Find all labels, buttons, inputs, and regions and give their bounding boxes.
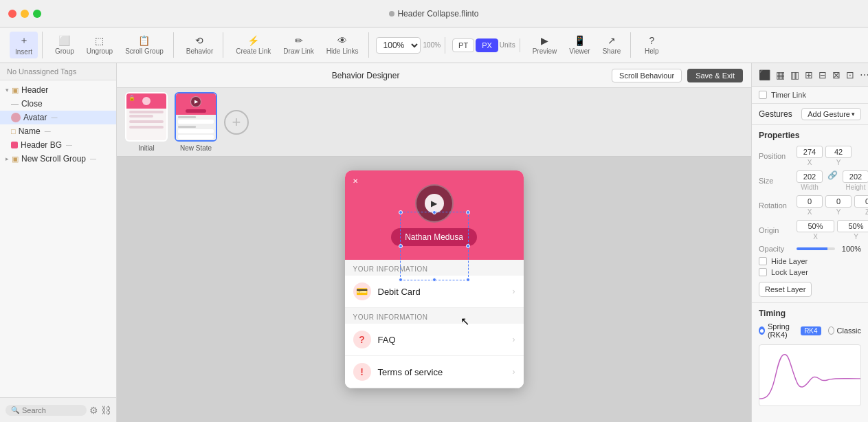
sidebar-item-label: Header (21, 85, 48, 95)
share-button[interactable]: ↗ Share (597, 32, 627, 58)
titlebar: Header Collapse.flinto (0, 0, 868, 27)
spring-svg (759, 345, 860, 406)
scroll-group-button[interactable]: 📋 Scroll Group (120, 32, 169, 58)
avatar-badge: — (51, 114, 57, 121)
save-exit-button[interactable]: Save & Exit (687, 69, 743, 82)
sidebar-item-close[interactable]: — Close (0, 97, 116, 111)
help-button[interactable]: ? Help (638, 32, 665, 58)
opacity-slider[interactable] (797, 247, 835, 250)
distribute-h-icon[interactable]: ⊞ (802, 68, 816, 82)
ungroup-button[interactable]: ⬚ Ungroup (81, 32, 118, 58)
sidebar-item-scroll-group[interactable]: ▸ ▣ New Scroll Group — (0, 152, 116, 166)
list-item-debit-card[interactable]: 💳 Debit Card › (345, 276, 524, 308)
position-x-input[interactable] (797, 146, 823, 158)
list-item-terms[interactable]: ! Terms of service › (345, 356, 524, 388)
phone-close-button[interactable]: ✕ (349, 175, 361, 187)
gestures-label: Gestures (759, 109, 792, 119)
scroll-behaviour-button[interactable]: Scroll Behaviour (612, 69, 682, 82)
search-input[interactable] (22, 406, 77, 414)
create-link-button[interactable]: ⚡ Create Link (230, 32, 276, 58)
canvas-content: ✕ ▶ (117, 157, 751, 422)
canvas-area: Behavior Designer Scroll Behaviour Save … (117, 63, 751, 422)
chevron-right-icon: ▸ (5, 155, 9, 162)
sidebar-link-icon[interactable]: ⛓ (101, 405, 111, 416)
size-width-input[interactable] (797, 170, 823, 183)
main-layout: No Unassigned Tags ▾ ▣ Header — Close Av… (0, 63, 868, 422)
sidebar-item-name[interactable]: □ Name — (0, 124, 116, 138)
reset-layer-button[interactable]: Reset Layer (759, 282, 812, 297)
zoom-label: 100% (423, 41, 441, 49)
more-options-icon[interactable]: ⋯ (857, 68, 868, 82)
align-bottom-icon[interactable]: ⊡ (843, 68, 857, 82)
draw-link-icon: ✏ (295, 35, 303, 46)
size-height-group: Height (843, 170, 868, 191)
hide-links-icon: 👁 (337, 35, 347, 46)
draw-link-button[interactable]: ✏ Draw Link (278, 32, 319, 58)
state-thumb-initial[interactable]: 🔒 Initial (125, 92, 168, 152)
fullscreen-window-btn[interactable] (33, 10, 41, 18)
behavior-designer-title: Behavior Designer (125, 71, 606, 80)
rotation-z-input[interactable] (854, 195, 868, 208)
hide-layer-row: Hide Layer (759, 257, 861, 265)
pt-unit-button[interactable]: PT (452, 38, 474, 52)
hide-layer-checkbox[interactable] (759, 257, 767, 265)
rotation-y-input[interactable] (825, 195, 852, 208)
phone-name-button[interactable]: Nathan Medusa (391, 228, 477, 246)
spring-radio-button[interactable] (759, 326, 765, 335)
sidebar-item-avatar[interactable]: Avatar — (0, 111, 116, 124)
sidebar: No Unassigned Tags ▾ ▣ Header — Close Av… (0, 63, 117, 422)
rotation-label: Rotation (759, 201, 797, 210)
add-state-button[interactable]: + (224, 110, 249, 135)
distribute-v-icon[interactable]: ⊟ (816, 68, 830, 82)
search-icon: 🔍 (11, 406, 19, 414)
size-height-input[interactable] (843, 170, 868, 183)
origin-y-input[interactable] (837, 220, 868, 232)
origin-x-input[interactable] (797, 220, 834, 232)
preview-button[interactable]: ▶ Preview (527, 32, 563, 58)
align-center-icon[interactable]: ▦ (773, 68, 788, 82)
position-y-input[interactable] (825, 146, 852, 158)
lock-layer-label: Lock Layer (771, 268, 808, 276)
phone-avatar[interactable]: ▶ (415, 184, 454, 223)
lock-layer-checkbox[interactable] (759, 268, 767, 276)
list-item-faq[interactable]: ? FAQ › (345, 324, 524, 356)
sidebar-item-header-bg[interactable]: Header BG — (0, 138, 116, 152)
zoom-select[interactable]: 100% 75% 50% (376, 37, 421, 54)
state-label-initial: Initial (138, 144, 154, 152)
viewer-button[interactable]: 📱 Viewer (564, 32, 595, 58)
group-button[interactable]: ⬜ Group (49, 32, 80, 58)
add-gesture-button[interactable]: Add Gesture ▾ (801, 108, 861, 120)
align-right-icon[interactable]: ▥ (788, 68, 802, 82)
behavior-button[interactable]: ⟲ Behavior (181, 32, 219, 58)
group-icon: ⬜ (58, 35, 70, 46)
ungroup-icon: ⬚ (95, 35, 104, 46)
phone-header: ▶ Nathan Medusa (345, 170, 524, 260)
hide-links-button[interactable]: 👁 Hide Links (321, 32, 364, 58)
viewer-icon: 📱 (574, 35, 586, 46)
play-button[interactable]: ▶ (425, 194, 444, 213)
opacity-label: Opacity (759, 245, 797, 253)
timer-link-label: Timer Link (771, 91, 806, 99)
hide-layer-label: Hide Layer (771, 257, 808, 265)
sidebar-item-header[interactable]: ▾ ▣ Header (0, 83, 116, 97)
lock-proportions-icon[interactable]: 🔗 (825, 170, 840, 191)
align-left-icon[interactable]: ⬛ (756, 68, 773, 82)
timer-link-checkbox[interactable] (759, 91, 767, 99)
sidebar-options-icon[interactable]: ⚙ (89, 405, 98, 416)
window-title: Header Collapse.flinto (389, 9, 478, 19)
toolbar-insert-group: ＋ Insert (5, 32, 43, 58)
align-top-icon[interactable]: ⊠ (830, 68, 843, 82)
search-box[interactable]: 🔍 (5, 405, 87, 416)
minimize-window-btn[interactable] (21, 10, 29, 18)
classic-radio-button[interactable] (828, 326, 834, 335)
scroll-group-icon: 📋 (138, 35, 150, 46)
state-thumb-new-state[interactable]: ▶ New State (175, 92, 217, 152)
close-window-btn[interactable] (8, 10, 16, 18)
insert-button[interactable]: ＋ Insert (10, 32, 38, 58)
height-label: Height (846, 184, 866, 191)
window-controls[interactable] (8, 10, 41, 18)
rotation-x-input[interactable] (797, 195, 823, 208)
px-unit-button[interactable]: PX (476, 38, 498, 52)
faq-icon: ? (353, 331, 371, 348)
share-icon: ↗ (608, 35, 616, 46)
